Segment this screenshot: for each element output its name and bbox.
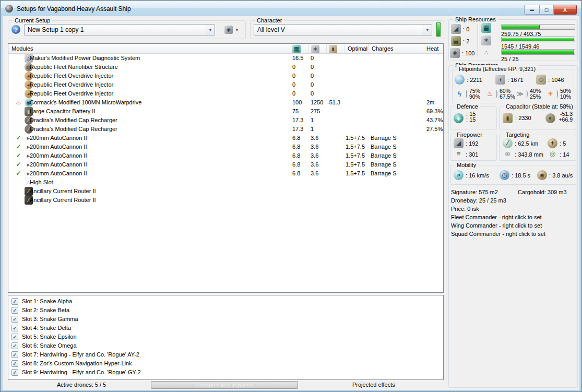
module-name: Republic Fleet Nanofiber Structure <box>30 63 118 72</box>
firepower-dps-value: 192 <box>466 140 478 147</box>
implant-row[interactable]: ✓Slot 2: Snake Beta <box>8 306 443 315</box>
implant-row[interactable]: ✓Slot 9: Hardwiring - Eifyr and Co. 'Rog… <box>8 368 443 377</box>
explosive-armor-resist: 10% <box>560 94 571 100</box>
implant-checkbox[interactable]: ✓ <box>11 298 18 305</box>
setup-select[interactable]: New Setup 1 copy 1 ▼ <box>24 24 215 35</box>
shield-icon <box>455 75 465 85</box>
current-setup-label: Current Setup <box>13 17 52 24</box>
implant-label: Slot 9: Hardwiring - Eifyr and Co. 'Rogu… <box>22 368 141 377</box>
minimize-button[interactable]: ▬ <box>524 5 540 15</box>
implant-checkbox[interactable]: ✓ <box>11 351 18 358</box>
wing-commander-text[interactable]: Wing Commander - right click to set <box>451 222 542 229</box>
implant-row[interactable]: ✓Slot 8: Zor's Custom Navigation Hyper-L… <box>8 359 443 368</box>
title-bar[interactable]: Setups for Vagabond Heavy Assault Ship ▬… <box>1 1 581 16</box>
module-row[interactable]: Makur's Modified Power Diagnostic System… <box>8 54 443 63</box>
module-row[interactable]: Cormack's Modified 100MN MicroWarpdrive1… <box>8 98 443 107</box>
targeting-range-icon <box>503 138 513 148</box>
character-select[interactable]: All level V ▼ <box>254 24 432 35</box>
implant-checkbox[interactable]: ✓ <box>11 307 18 314</box>
implant-label: Slot 7: Hardwiring - Eifyr and Co. 'Rogu… <box>22 350 139 359</box>
module-powergrid: 3.6 <box>311 134 318 142</box>
implant-checkbox[interactable]: ✓ <box>11 325 18 331</box>
capacitor-column-icon[interactable] <box>327 44 345 53</box>
capacitor-icon <box>503 113 513 123</box>
module-cpu: 0 <box>292 89 295 98</box>
module-row[interactable]: 200mm AutoCannon II6.83.61.5+7.5Barrage … <box>8 169 443 178</box>
fleet-commander-text[interactable]: Fleet Commander - right click to set <box>451 214 542 220</box>
module-optimal: 1.5+7.5 <box>346 151 365 160</box>
module-row[interactable]: 200mm AutoCannon II6.83.61.5+7.5Barrage … <box>8 160 443 169</box>
explosive-icon <box>545 89 555 99</box>
active-drones-button[interactable]: Active drones: 5 / 5 <box>57 382 106 388</box>
module-charge: Barrage S <box>371 151 397 160</box>
module-row[interactable]: Republic Fleet Overdrive Injector00 <box>8 89 443 98</box>
drone-bar-fill <box>502 50 574 54</box>
module-row[interactable]: Republic Fleet Nanofiber Structure00 <box>8 63 443 72</box>
module-cpu: 6.8 <box>292 169 300 178</box>
column-heat[interactable]: Heat <box>424 44 444 53</box>
implant-label: Slot 5: Snake Epsilon <box>22 332 77 341</box>
implant-label: Slot 2: Snake Beta <box>22 306 69 315</box>
column-charges[interactable]: Charges <box>369 44 424 53</box>
powergrid-icon <box>311 45 319 53</box>
module-cpu: 6.8 <box>292 142 300 151</box>
module-powergrid: 1250 <box>311 98 323 107</box>
defence-value-2: 15 <box>466 116 476 123</box>
module-name: Draclira's Modified Cap Recharger <box>30 125 117 134</box>
implant-row[interactable]: ✓Slot 3: Snake Gamma <box>8 315 443 324</box>
column-modules[interactable]: Modules <box>8 44 290 53</box>
module-row[interactable]: Ancillary Current Router II <box>8 187 443 196</box>
module-row[interactable]: 200mm AutoCannon II6.83.61.5+7.5Barrage … <box>8 134 443 142</box>
mobility-title: Mobility <box>455 161 478 169</box>
implant-checkbox[interactable]: ✓ <box>11 369 18 376</box>
implant-checkbox[interactable]: ✓ <box>11 342 18 349</box>
em-icon <box>455 89 465 99</box>
projected-effects-button[interactable]: Projected effects <box>352 382 395 388</box>
implant-checkbox[interactable]: ✓ <box>11 360 18 367</box>
maximize-button[interactable]: ◻ <box>540 5 554 15</box>
powergrid-bar-fill <box>502 38 574 41</box>
hull-icon <box>536 75 546 85</box>
module-row[interactable]: 200mm AutoCannon II6.83.61.5+7.5Barrage … <box>8 142 443 151</box>
implant-row[interactable]: ✓Slot 4: Snake Delta <box>8 324 443 332</box>
module-row[interactable]: Draclira's Modified Cap Recharger17.3143… <box>8 116 443 125</box>
capacitor-delta-icon <box>545 113 555 123</box>
character-group: Character All level V ▼ <box>250 20 444 39</box>
powergrid-column-icon[interactable] <box>309 44 327 53</box>
module-row[interactable]: Large Capacitor Battery II7527569.3% <box>8 107 443 116</box>
module-cpu: 75 <box>292 107 299 116</box>
module-name: 200mm AutoCannon II <box>30 160 87 169</box>
module-name: Republic Fleet Overdrive Injector <box>30 89 113 98</box>
cpu-column-icon[interactable] <box>290 44 309 53</box>
module-name: High Slot <box>30 178 53 187</box>
column-optimal[interactable]: Optimal <box>345 44 369 53</box>
implant-row[interactable]: ✓Slot 6: Snake Omega <box>8 341 443 350</box>
implant-row[interactable]: ✓Slot 1: Snake Alpha <box>8 297 443 306</box>
module-row[interactable]: Republic Fleet Overdrive Injector00 <box>8 80 443 89</box>
calibration-icon <box>450 48 460 58</box>
thermal-resist: 60%67.5% <box>485 88 515 100</box>
implant-checkbox[interactable]: ✓ <box>11 316 18 323</box>
close-button[interactable]: X <box>554 5 577 15</box>
implant-row[interactable]: ✓Slot 5: Snake Epsilon <box>8 332 443 341</box>
boosters-implants-button[interactable]: Boosters and Implants <box>151 381 298 389</box>
module-name: 200mm AutoCannon II <box>30 142 87 151</box>
squad-commander-text[interactable]: Squad Commander - right click to set <box>451 231 545 237</box>
module-name: Republic Fleet Overdrive Injector <box>30 72 113 80</box>
module-name: 200mm AutoCannon II <box>30 134 87 142</box>
module-row[interactable]: Ancillary Current Router II <box>8 196 443 205</box>
module-row[interactable]: 200mm AutoCannon II6.83.61.5+7.5Barrage … <box>8 151 443 160</box>
implant-row[interactable]: ✓Slot 7: Hardwiring - Eifyr and Co. 'Rog… <box>8 350 443 359</box>
module-powergrid: 3.6 <box>311 169 318 178</box>
ship-resources-title: Ship Resources <box>453 16 498 23</box>
help-icon[interactable]: ? <box>11 25 20 34</box>
implant-checkbox[interactable]: ✓ <box>11 334 18 340</box>
module-row[interactable]: High Slot <box>8 178 443 187</box>
setup-menu-button[interactable]: ▼ <box>219 24 244 35</box>
hitpoints-group: Hitpoints (Effective HP: 9,321) 2211 167… <box>452 69 574 103</box>
module-powergrid: 0 <box>311 72 314 80</box>
em-armor-resist: 90% <box>469 94 480 100</box>
module-row[interactable]: Draclira's Modified Cap Recharger17.3127… <box>8 125 443 134</box>
module-row[interactable]: Republic Fleet Overdrive Injector00 <box>8 72 443 80</box>
module-cpu: 0 <box>292 72 295 80</box>
